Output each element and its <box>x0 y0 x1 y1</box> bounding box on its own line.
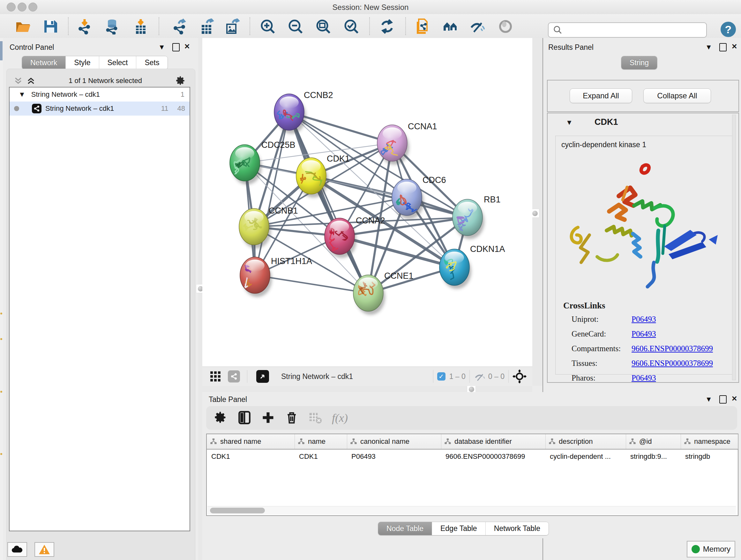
table-cell[interactable]: cyclin-dependent ... <box>550 450 624 463</box>
network-overview-icon[interactable] <box>228 370 240 382</box>
collapse-all-button[interactable]: Collapse All <box>643 88 711 103</box>
help-icon[interactable]: ? <box>721 22 736 37</box>
zoom-out-icon[interactable] <box>287 18 304 35</box>
edge-HIST1H1A-CCNE1[interactable] <box>255 275 368 293</box>
save-icon[interactable] <box>43 18 58 35</box>
network-row[interactable]: String Network – cdk1 11 48 <box>10 102 190 116</box>
crosslink-link[interactable]: P06493 <box>631 315 656 323</box>
selected-checkbox-icon[interactable]: ✓ <box>437 372 446 381</box>
refresh-icon[interactable] <box>379 18 395 35</box>
maximize-panel-icon[interactable] <box>172 43 180 51</box>
table-cell[interactable]: 9606.ENSP00000378699 <box>446 450 543 463</box>
cloud-status-button[interactable] <box>7 542 27 557</box>
birds-eye-icon[interactable] <box>256 370 269 383</box>
open-folder-icon[interactable] <box>15 18 31 35</box>
column-header-database-identifier[interactable]: database identifier <box>441 434 546 449</box>
node-HIST1H1A[interactable] <box>240 257 272 297</box>
zoom-in-icon[interactable] <box>260 18 276 35</box>
export-table-icon[interactable] <box>199 18 215 35</box>
tab-edge-table[interactable]: Edge Table <box>432 522 486 535</box>
maximize-results-icon[interactable] <box>719 43 727 51</box>
crosslink-link[interactable]: 9606.ENSP00000378699 <box>631 359 713 368</box>
node-CCNA1[interactable] <box>377 125 409 165</box>
network-canvas[interactable]: CCNB2CCNA1CDC25BCDK1CDC6RB1CCNB1CCNA2CDK… <box>202 38 532 367</box>
column-header-namespace[interactable]: namespace <box>681 434 738 449</box>
float-panel-icon[interactable]: ▼ <box>158 44 165 51</box>
close-table-icon[interactable]: ✕ <box>731 395 737 402</box>
table-horizontal-scrollbar[interactable] <box>207 506 736 515</box>
tab-string[interactable]: String <box>621 56 657 69</box>
close-panel-icon[interactable]: ✕ <box>184 43 190 50</box>
table-cell[interactable]: P06493 <box>351 450 439 463</box>
expand-all-button[interactable]: Expand All <box>569 88 632 103</box>
tab-sets[interactable]: Sets <box>136 56 167 69</box>
node-RB1[interactable] <box>453 199 484 239</box>
gene-detail-box: cyclin-dependent kinase 1 <box>555 136 736 374</box>
collapse-all-icon[interactable] <box>13 76 23 85</box>
maximize-table-icon[interactable] <box>719 395 727 403</box>
export-network-icon[interactable] <box>172 18 188 35</box>
node-CDK1[interactable] <box>296 158 328 198</box>
node-CDKN1A[interactable] <box>440 249 471 289</box>
hide-selected-icon[interactable] <box>469 18 485 35</box>
table-toolbar: f(x) <box>206 406 737 430</box>
crosslink-link[interactable]: P06493 <box>631 374 656 382</box>
node-count: 11 <box>161 105 169 113</box>
first-neighbors-icon[interactable] <box>442 18 458 35</box>
scrollbar-thumb[interactable] <box>210 508 265 513</box>
collapse-gene-icon[interactable]: ▼ <box>566 118 573 127</box>
gear-icon[interactable] <box>175 75 186 86</box>
results-scrollbar[interactable] <box>732 115 736 380</box>
import-table-icon[interactable] <box>133 18 149 35</box>
crosslink-link[interactable]: P06493 <box>631 329 656 338</box>
add-column-icon[interactable] <box>261 411 276 425</box>
export-image-icon[interactable] <box>224 18 240 35</box>
memory-button[interactable]: Memory <box>687 541 735 557</box>
column-header--id[interactable]: @id <box>626 434 681 449</box>
table-cell[interactable]: stringdb <box>685 450 736 463</box>
node-CDC25B[interactable] <box>230 145 262 185</box>
column-header-shared-name[interactable]: shared name <box>207 434 295 449</box>
table-gear-icon[interactable] <box>213 411 228 425</box>
hidden-eye-icon[interactable] <box>474 370 486 382</box>
table-cell[interactable]: CDK1 <box>299 450 345 463</box>
node-CCNB2[interactable] <box>274 94 306 134</box>
crosslink-row: Pharos:P06493 <box>571 374 731 382</box>
zoom-selected-icon[interactable] <box>343 18 359 35</box>
left-splitter[interactable] <box>198 38 202 560</box>
tab-network-table[interactable]: Network Table <box>486 522 549 535</box>
import-database-icon[interactable] <box>104 18 120 35</box>
tab-node-table[interactable]: Node Table <box>378 522 432 535</box>
tab-select[interactable]: Select <box>99 56 137 69</box>
import-network-icon[interactable] <box>77 18 92 35</box>
search-input[interactable] <box>563 25 706 35</box>
float-results-icon[interactable]: ▼ <box>705 44 712 51</box>
column-header-description[interactable]: description <box>545 434 626 449</box>
warning-status-button[interactable] <box>35 542 54 557</box>
grid-view-icon[interactable] <box>209 370 221 382</box>
tab-network[interactable]: Network <box>22 56 66 69</box>
open-session-icon[interactable] <box>414 18 430 35</box>
horizontal-splitter[interactable] <box>202 386 532 392</box>
caret-down-icon[interactable]: ▼ <box>18 90 25 99</box>
close-results-icon[interactable]: ✕ <box>731 43 737 50</box>
expand-all-icon[interactable] <box>26 76 36 85</box>
show-columns-icon[interactable] <box>238 411 252 425</box>
float-table-icon[interactable]: ▼ <box>705 396 712 403</box>
delete-table-icon[interactable] <box>308 411 323 425</box>
network-collection-row[interactable]: ▼ String Network – cdk1 1 <box>10 87 190 102</box>
node-CCNE1[interactable] <box>353 275 385 315</box>
tab-style[interactable]: Style <box>66 56 99 69</box>
table-cell[interactable]: CDK1 <box>211 450 293 463</box>
crosslink-link[interactable]: 9606.ENSP00000378699 <box>631 344 713 353</box>
show-all-icon[interactable] <box>497 18 514 35</box>
results-tabs: String <box>621 56 657 70</box>
search-box[interactable] <box>548 22 707 38</box>
function-builder-icon[interactable]: f(x) <box>332 411 360 425</box>
zoom-fit-icon[interactable] <box>315 18 331 35</box>
column-header-canonical-name[interactable]: canonical name <box>347 434 441 449</box>
column-header-name[interactable]: name <box>294 434 347 449</box>
delete-column-icon[interactable] <box>285 411 299 425</box>
table-cell[interactable]: stringdb:9... <box>630 450 679 463</box>
crosshair-icon[interactable] <box>513 369 527 383</box>
